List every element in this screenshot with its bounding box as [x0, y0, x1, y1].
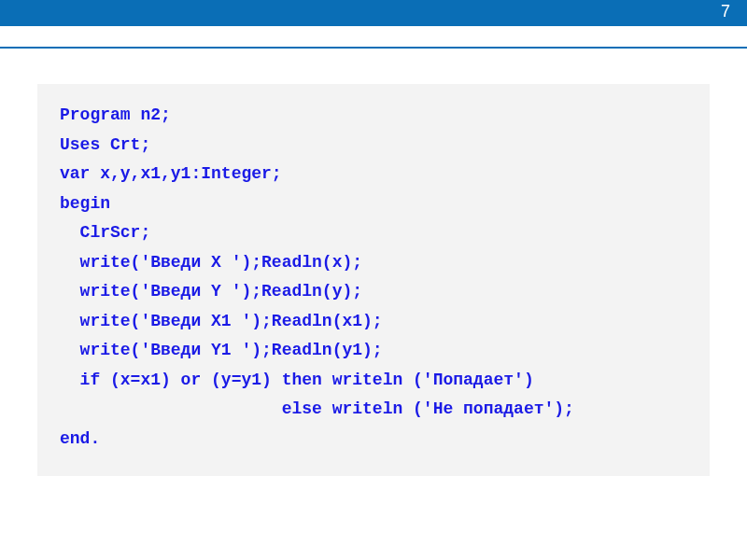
code-line: ClrScr;	[60, 218, 687, 248]
code-line: write('Введи Y1 ');Readln(y1);	[60, 336, 687, 366]
code-line: Program n2;	[60, 101, 687, 131]
code-line: else writeln ('Не попадает');	[60, 395, 687, 425]
code-line: begin	[60, 189, 687, 219]
code-block: Program n2; Uses Crt; var x,y,x1,y1:Inte…	[37, 84, 710, 476]
page-number: 7	[721, 2, 730, 21]
code-line: write('Введи Y ');Readln(y);	[60, 277, 687, 307]
code-line: write('Введи X ');Readln(x);	[60, 248, 687, 278]
header-subbar	[0, 26, 747, 49]
header-bar: 7	[0, 0, 747, 26]
code-line: write('Введи X1 ');Readln(x1);	[60, 307, 687, 337]
code-line: Uses Crt;	[60, 131, 687, 161]
code-line: var x,y,x1,y1:Integer;	[60, 160, 687, 189]
code-line: if (x=x1) or (y=y1) then writeln ('Попад…	[60, 366, 687, 396]
code-line: end.	[60, 425, 687, 455]
